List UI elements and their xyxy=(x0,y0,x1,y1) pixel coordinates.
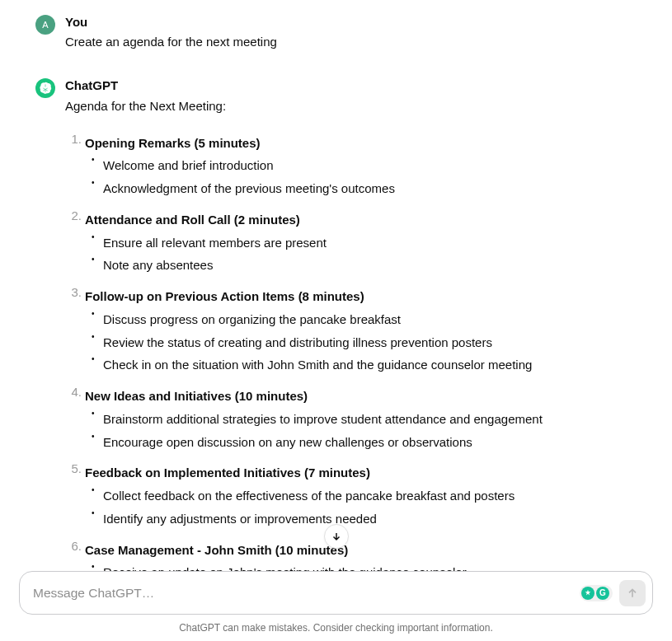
arrow-down-icon xyxy=(331,531,342,542)
agenda-sub-item: Brainstorm additional strategies to impr… xyxy=(85,408,649,431)
chatgpt-logo-icon xyxy=(39,82,52,95)
agenda-sub-list: Welcome and brief introductionAcknowledg… xyxy=(85,154,649,200)
agenda-sub-list: Collect feedback on the effectiveness of… xyxy=(85,484,649,531)
agenda-sub-item: Identify any adjustments or improvements… xyxy=(85,508,649,531)
agenda-item-title: Follow-up on Previous Action Items (8 mi… xyxy=(85,285,649,308)
agenda-item-title: New Ideas and Initiatives (10 minutes) xyxy=(85,385,649,408)
assistant-message: ChatGPT Agenda for the Next Meeting: Ope… xyxy=(35,78,649,592)
assistant-message-content: ChatGPT Agenda for the Next Meeting: Ope… xyxy=(65,78,649,592)
agenda-sub-item: Ensure all relevant members are present xyxy=(85,232,649,255)
agenda-item: Follow-up on Previous Action Items (8 mi… xyxy=(65,285,649,377)
user-message-content: You Create an agenda for the next meetin… xyxy=(65,15,649,52)
agenda-item-title: Opening Remarks (5 minutes) xyxy=(85,132,649,155)
arrow-up-icon xyxy=(626,587,639,600)
agenda-sub-item: Acknowledgment of the previous meeting's… xyxy=(85,177,649,200)
agenda-item-title: Case Management - John Smith (10 minutes… xyxy=(85,539,649,562)
agenda-sub-list: Brainstorm additional strategies to impr… xyxy=(85,408,649,454)
user-text: Create an agenda for the next meeting xyxy=(65,32,649,52)
agenda-sub-item: Encourage open discussion on any new cha… xyxy=(85,431,649,454)
badge-icon-1 xyxy=(581,587,594,600)
badge-icon-2: G xyxy=(596,587,609,600)
assistant-avatar xyxy=(35,78,55,98)
user-message: A You Create an agenda for the next meet… xyxy=(35,15,649,52)
message-input-bar: G xyxy=(19,571,653,615)
agenda-sub-item: Check in on the situation with John Smit… xyxy=(85,353,649,377)
scroll-down-button[interactable] xyxy=(324,524,349,549)
agenda-sub-list: Discuss progress on organizing the panca… xyxy=(85,308,649,377)
footer-disclaimer: ChatGPT can make mistakes. Consider chec… xyxy=(0,622,672,634)
assistant-sender-name: ChatGPT xyxy=(65,78,649,92)
agenda-item-title: Feedback on Implemented Initiatives (7 m… xyxy=(85,461,649,484)
agenda-item: Attendance and Roll Call (2 minutes)Ensu… xyxy=(65,208,649,277)
agenda-item: New Ideas and Initiatives (10 minutes)Br… xyxy=(65,385,649,453)
chat-container: A You Create an agenda for the next meet… xyxy=(0,0,672,592)
send-button[interactable] xyxy=(619,580,646,606)
agenda-item: Feedback on Implemented Initiatives (7 m… xyxy=(65,461,649,530)
agenda-sub-item: Note any absentees xyxy=(85,254,649,277)
agenda-item: Opening Remarks (5 minutes)Welcome and b… xyxy=(65,132,649,200)
assistant-intro: Agenda for the Next Meeting: xyxy=(65,96,649,117)
grammarly-badge[interactable]: G xyxy=(580,585,613,601)
avatar-letter: A xyxy=(42,20,48,30)
agenda-list: Opening Remarks (5 minutes)Welcome and b… xyxy=(65,132,649,585)
user-sender-name: You xyxy=(65,15,649,29)
message-input[interactable] xyxy=(33,586,580,601)
agenda-sub-item: Collect feedback on the effectiveness of… xyxy=(85,484,649,508)
agenda-item-title: Attendance and Roll Call (2 minutes) xyxy=(85,208,649,232)
agenda-sub-item: Review the status of creating and distri… xyxy=(85,331,649,354)
input-extension-badges: G xyxy=(580,585,613,601)
user-avatar: A xyxy=(35,15,55,35)
agenda-sub-item: Discuss progress on organizing the panca… xyxy=(85,308,649,331)
agenda-sub-item: Welcome and brief introduction xyxy=(85,154,649,177)
agenda-sub-list: Ensure all relevant members are presentN… xyxy=(85,232,649,278)
